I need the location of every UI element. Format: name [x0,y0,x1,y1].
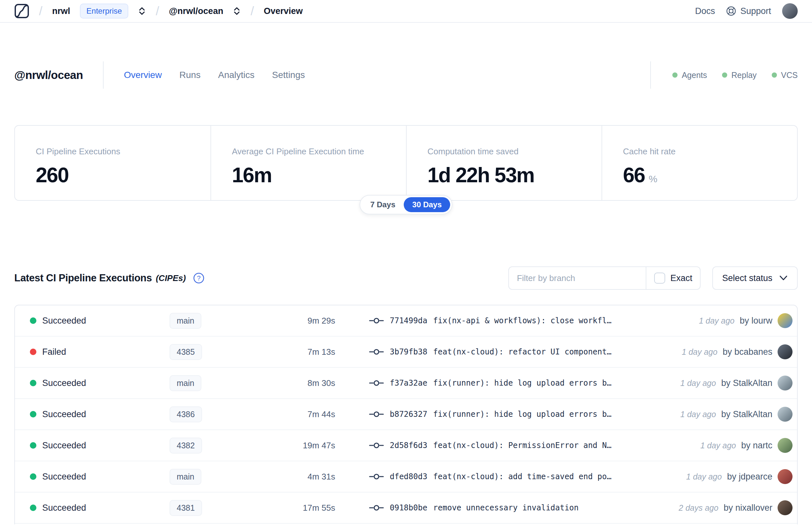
duration-label: 7m 44s [283,409,335,419]
status-cell: Succeeded [30,440,170,451]
nx-cloud-logo-icon[interactable] [14,3,29,18]
avatar [778,500,793,515]
status-dot [30,380,36,386]
status-cell: Failed [30,347,170,357]
green-status-dot [772,73,777,78]
page-title: @nrwl/ocean [14,69,83,81]
tab-settings[interactable]: Settings [272,70,305,80]
chevron-down-icon [779,275,788,281]
git-commit-icon [369,379,384,387]
branch-badge[interactable]: main [170,469,201,485]
branch-badge[interactable]: 4381 [170,500,202,516]
user-avatar[interactable] [782,3,798,19]
status-dot [30,473,36,480]
stat-value: 1d 22h 53m [427,163,534,187]
commit-hash[interactable]: b8726327 [390,410,427,419]
exact-label: Exact [670,273,692,283]
support-label: Support [740,6,771,16]
help-icon[interactable]: ? [193,272,205,284]
tab-runs[interactable]: Runs [179,70,200,80]
commit-cell: b8726327 fix(runner): hide log upload er… [369,410,674,419]
cipe-row[interactable]: Succeeded 4382 19m 47s 2d58f6d3 feat(nx-… [15,430,797,461]
section-title: Latest CI Pipeline Executions [14,272,152,284]
branch-badge[interactable]: 4386 [170,406,202,422]
relative-time: 1 day ago [686,472,722,481]
tab-overview[interactable]: Overview [124,70,162,80]
green-status-dot [672,73,677,78]
tab-analytics[interactable]: Analytics [218,70,255,80]
commit-message: feat(nx-cloud): add time-saved end po… [433,472,612,481]
author-label: by nixallover [724,503,772,513]
cipe-row[interactable]: Succeeded 4386 7m 44s b8726327 fix(runne… [15,399,797,430]
stat-card-ci-pipeline-executions: CI Pipeline Executions 260 [15,126,211,200]
branch-badge[interactable]: 4382 [170,438,202,453]
commit-message: feat(nx-cloud): PermissionError and N… [433,441,612,450]
status-cell: Succeeded [30,378,170,388]
commit-cell: f37a32ae fix(runner): hide log upload er… [369,378,674,388]
cipe-row[interactable]: Succeeded 4381 17m 55s 0918b0be remove u… [15,493,797,524]
branch-badge[interactable]: main [170,313,201,329]
stat-label: CI Pipeline Executions [36,147,211,156]
avatar [778,469,793,484]
status-label: Failed [42,347,66,357]
support-link[interactable]: Support [726,6,771,16]
git-commit-icon [369,348,384,356]
commit-hash[interactable]: 3b79fb38 [390,347,427,356]
date-range-toggle-wrap: 7 Days 30 Days [0,195,812,214]
exact-match-toggle[interactable]: Exact [646,273,700,284]
commit-hash[interactable]: 771499da [390,316,427,325]
branch-filter-input[interactable] [509,267,645,289]
cipe-row[interactable]: Failed 4385 7m 13s 3b79fb38 feat(nx-clou… [15,336,797,368]
cipe-row[interactable]: Succeeded main 4m 31s dfed80d3 feat(nx-c… [15,461,797,493]
branch-cell: main [170,469,283,485]
nav-actions: Docs Support [695,3,798,19]
indicator-vcs[interactable]: VCS [772,71,798,80]
duration-label: 8m 30s [283,378,335,388]
breadcrumb-separator: / [156,5,159,17]
lifebuoy-icon [726,6,736,16]
status-dot [30,349,36,355]
breadcrumb-org[interactable]: nrwl [52,6,71,16]
indicator-agents[interactable]: Agents [672,71,707,80]
row-meta: 2 days ago by nixallover [672,500,793,515]
commit-message: feat(nx-cloud): refactor UI component… [433,347,612,356]
cipe-table-body: Succeeded main 9m 29s 771499da fix(nx-ap… [15,305,797,524]
relative-time: 2 days ago [679,503,718,513]
branch-badge[interactable]: 4385 [170,344,202,360]
section-title-suffix: (CIPEs) [156,273,186,283]
avatar [778,344,793,359]
commit-hash[interactable]: dfed80d3 [390,472,427,481]
range-toggle-option[interactable]: 7 Days [362,197,404,212]
workspace-switcher-chevrons-icon[interactable] [233,6,241,16]
commit-hash[interactable]: f37a32ae [390,378,427,388]
status-dot [30,505,36,511]
workspace-tabs: Overview Runs Analytics Settings [124,70,305,80]
status-label: Succeeded [42,440,86,451]
commit-cell: 0918b0be remove unnecessary invalidation [369,503,672,512]
branch-cell: 4382 [170,438,283,453]
commit-hash[interactable]: 2d58f6d3 [390,441,427,450]
breadcrumb-separator: / [39,5,43,17]
select-status-dropdown[interactable]: Select status [712,266,798,290]
branch-cell: 4386 [170,406,283,422]
org-switcher-chevrons-icon[interactable] [138,6,146,16]
duration-label: 9m 29s [283,316,335,326]
commit-hash[interactable]: 0918b0be [390,503,427,512]
cipe-row[interactable]: Succeeded main 8m 30s f37a32ae fix(runne… [15,368,797,399]
stat-value: 66 [623,163,645,187]
breadcrumb: / nrwl Enterprise / @nrwl/ocean / Overvi… [14,3,303,18]
exact-checkbox[interactable] [654,273,665,284]
breadcrumb-workspace[interactable]: @nrwl/ocean [169,6,223,16]
date-range-toggle: 7 Days 30 Days [359,195,453,214]
branch-badge[interactable]: main [170,375,201,391]
indicator-replay[interactable]: Replay [722,71,757,80]
git-commit-icon [369,441,384,450]
indicator-label: Agents [682,71,707,80]
cipe-row[interactable]: Succeeded main 9m 29s 771499da fix(nx-ap… [15,305,797,336]
cipes-filters: Exact Select status [508,266,798,290]
author-label: by StalkAltan [721,378,772,388]
branch-filter-group: Exact [508,266,701,290]
branch-cell: 4381 [170,500,283,516]
docs-link[interactable]: Docs [695,6,715,16]
range-toggle-option[interactable]: 30 Days [404,197,450,212]
